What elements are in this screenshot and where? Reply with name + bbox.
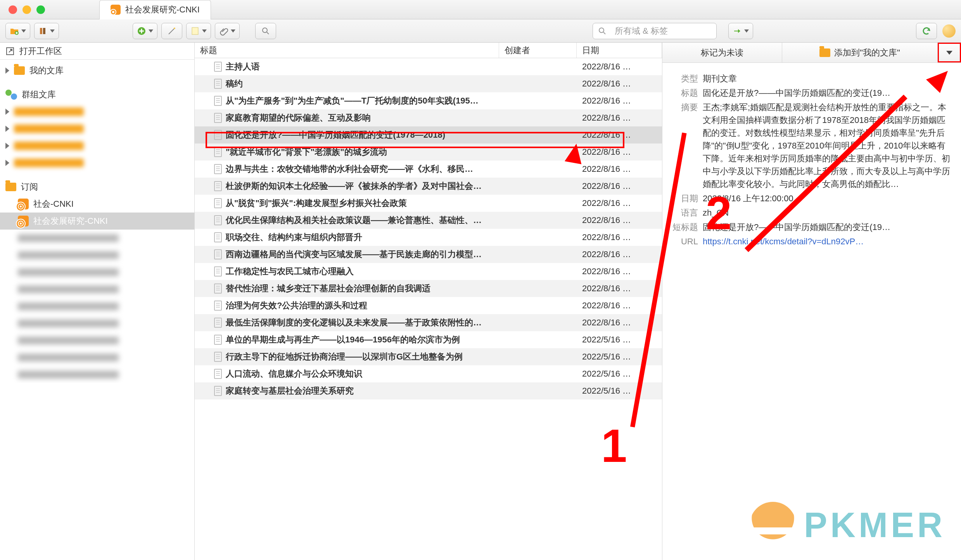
close-window-button[interactable]	[9, 5, 17, 14]
item-row[interactable]: 家庭教育期望的代际偏差、互动及影响2022/8/16 …	[195, 109, 662, 126]
item-row[interactable]: 替代性治理：城乡变迁下基层社会治理创新的自我调适2022/8/16 …	[195, 280, 662, 297]
feed-item-row[interactable]	[0, 264, 194, 281]
disclosure-triangle-icon[interactable]	[5, 126, 9, 132]
item-row[interactable]: 固化还是开放?——中国学历婚姻匹配的变迁(1978—2018)2022/8/16…	[195, 126, 662, 143]
blurred-label	[18, 354, 119, 361]
my-library-row[interactable]: 我的文库	[0, 62, 194, 79]
blurred-label	[18, 320, 119, 327]
column-date[interactable]: 日期	[577, 43, 662, 58]
meta-label-date: 日期	[672, 192, 703, 205]
meta-value-abstract[interactable]: 王杰;李姚军;婚姻匹配是观测社会结构开放性的重要指标之一。本文利用全国抽样调查数…	[703, 101, 952, 190]
search-icon	[598, 26, 607, 36]
svg-rect-2	[43, 28, 45, 34]
add-by-identifier-button[interactable]	[161, 23, 182, 39]
meta-label-type: 类型	[672, 72, 703, 85]
meta-value-title[interactable]: 固化还是开放?——中国学历婚姻匹配的变迁(19…	[703, 86, 952, 99]
meta-value-url[interactable]: https://t.cnki.net/kcms/detail?v=dLn92vP…	[703, 235, 952, 248]
open-workspace-row[interactable]: 打开工作区	[0, 43, 194, 60]
feed-item-row[interactable]	[0, 366, 194, 383]
item-row[interactable]: 杜波伊斯的知识本土化经验——评《被抹杀的学者》及对中国社会…2022/8/16 …	[195, 178, 662, 195]
document-icon	[214, 164, 222, 174]
my-library-label: 我的文库	[29, 65, 64, 76]
feed-item-row[interactable]: 社会-CNKI	[0, 195, 194, 213]
minimize-window-button[interactable]	[22, 5, 31, 14]
meta-value-type[interactable]: 期刊文章	[703, 72, 952, 85]
advanced-search-button[interactable]	[255, 23, 276, 39]
sync-button[interactable]	[916, 23, 937, 39]
column-title[interactable]: 标题	[195, 43, 499, 58]
item-row[interactable]: "就近半城市化"背景下"老漂族"的城乡流动2022/8/16 …	[195, 143, 662, 161]
feed-item-row[interactable]: 社会发展研究-CNKI	[0, 213, 194, 230]
disclosure-triangle-icon[interactable]	[5, 109, 9, 115]
blurred-label	[14, 107, 84, 116]
feed-item-row[interactable]	[0, 281, 194, 298]
item-row[interactable]: 边界与共生：农牧交错地带的水利社会研究——评《水利、移民…2022/8/16 …	[195, 161, 662, 178]
chevron-down-icon	[202, 29, 207, 33]
new-item-button[interactable]	[133, 23, 157, 39]
document-icon	[214, 369, 222, 379]
watermark: PKMER	[750, 502, 945, 548]
feed-item-row[interactable]	[0, 315, 194, 332]
mark-unread-label: 标记为未读	[701, 47, 743, 59]
item-title: 行政主导下的征地拆迁协商治理——以深圳市G区土地整备为例	[226, 351, 463, 363]
new-collection-button[interactable]	[5, 23, 30, 39]
item-row[interactable]: 从"脱贫"到"振兴":构建发展型乡村振兴社会政策2022/8/16 …	[195, 195, 662, 212]
feed-item-label: 社会-CNKI	[33, 198, 74, 210]
column-creator[interactable]: 创建者	[499, 43, 577, 58]
new-note-button[interactable]	[186, 23, 211, 39]
item-row[interactable]: 稿约2022/8/16 …	[195, 75, 662, 92]
item-row[interactable]: 工作稳定性与农民工城市心理融入2022/8/16 …	[195, 263, 662, 280]
disclosure-triangle-icon[interactable]	[5, 160, 9, 166]
group-library-row[interactable]	[0, 103, 194, 120]
feed-item-row[interactable]	[0, 247, 194, 264]
disclosure-triangle-icon[interactable]	[5, 67, 9, 74]
item-title: 主持人语	[226, 61, 260, 73]
add-to-library-dropdown[interactable]	[938, 43, 961, 62]
item-row[interactable]: 职场交往、结构约束与组织内部晋升2022/8/16 …	[195, 229, 662, 246]
folder-icon	[14, 66, 25, 75]
item-title: 工作稳定性与农民工城市心理融入	[226, 266, 354, 277]
feed-item-row[interactable]	[0, 349, 194, 366]
item-detail-pane: 标记为未读 添加到"我的文库" 类型期刊文章 标题固化还是开放?——中国学历婚姻…	[662, 43, 961, 560]
item-row[interactable]: 主持人语2022/8/16 …	[195, 58, 662, 75]
item-row[interactable]: 从"为生产服务"到"为生产减负"——T厂托幼制度的50年实践(195…2022/…	[195, 92, 662, 109]
item-row[interactable]: 行政主导下的征地拆迁协商治理——以深圳市G区土地整备为例2022/5/16 …	[195, 348, 662, 365]
maximize-window-button[interactable]	[36, 5, 45, 14]
meta-value-language[interactable]: zh_CN	[703, 206, 952, 219]
add-to-library-button[interactable]: 添加到"我的文库"	[782, 43, 938, 62]
chevron-down-icon	[50, 29, 55, 33]
item-row[interactable]: 家庭转变与基层社会治理关系研究2022/5/16 …	[195, 382, 662, 399]
plugin-icon[interactable]	[942, 24, 956, 38]
quick-search-field[interactable]: 所有域 & 标签	[593, 23, 717, 39]
item-date: 2022/5/16 …	[577, 335, 662, 345]
add-attachment-button[interactable]	[215, 23, 240, 39]
locate-button[interactable]	[728, 23, 753, 39]
blurred-label	[14, 124, 84, 133]
group-library-row[interactable]	[0, 120, 194, 137]
item-row[interactable]: 单位的早期生成与再生产——以1946—1956年的哈尔滨市为例2022/5/16…	[195, 331, 662, 348]
feed-item-row[interactable]	[0, 332, 194, 349]
group-library-row[interactable]	[0, 137, 194, 154]
document-icon	[214, 62, 222, 72]
feed-item-row[interactable]	[0, 230, 194, 247]
item-row[interactable]: 人口流动、信息媒介与公众环境知识2022/5/16 …	[195, 365, 662, 382]
meta-value-short-title[interactable]: 固化还是开放?——中国学历婚姻匹配的变迁(19…	[703, 221, 952, 233]
group-libraries-label: 群组文库	[22, 89, 56, 100]
meta-value-date[interactable]: 2022/8/16 上午12:00:00	[703, 192, 952, 205]
feeds-header-row[interactable]: 订阅	[0, 178, 194, 195]
item-date: 2022/8/16 …	[577, 249, 662, 259]
item-row[interactable]: 治理为何失效?公共治理的源头和过程2022/8/16 …	[195, 297, 662, 314]
new-group-button[interactable]	[34, 23, 59, 39]
item-row[interactable]: 西南边疆格局的当代演变与区域发展——基于民族走廊的引力模型…2022/8/16 …	[195, 246, 662, 263]
group-library-row[interactable]	[0, 154, 194, 171]
disclosure-triangle-icon[interactable]	[5, 143, 9, 149]
group-libraries-row[interactable]: 群组文库	[0, 86, 194, 103]
item-title: 家庭转变与基层社会治理关系研究	[226, 385, 354, 397]
blurred-label	[18, 337, 119, 344]
mark-unread-button[interactable]: 标记为未读	[662, 43, 782, 62]
feed-tab[interactable]: 社会发展研究-CNKI	[99, 0, 211, 19]
item-title: 替代性治理：城乡变迁下基层社会治理创新的自我调适	[226, 283, 430, 294]
feed-item-row[interactable]	[0, 298, 194, 315]
item-row[interactable]: 优化民生保障结构及相关社会政策议题——兼论普惠性、基础性、…2022/8/16 …	[195, 212, 662, 229]
item-row[interactable]: 最低生活保障制度的变化逻辑以及未来发展——基于政策依附性的…2022/8/16 …	[195, 314, 662, 331]
